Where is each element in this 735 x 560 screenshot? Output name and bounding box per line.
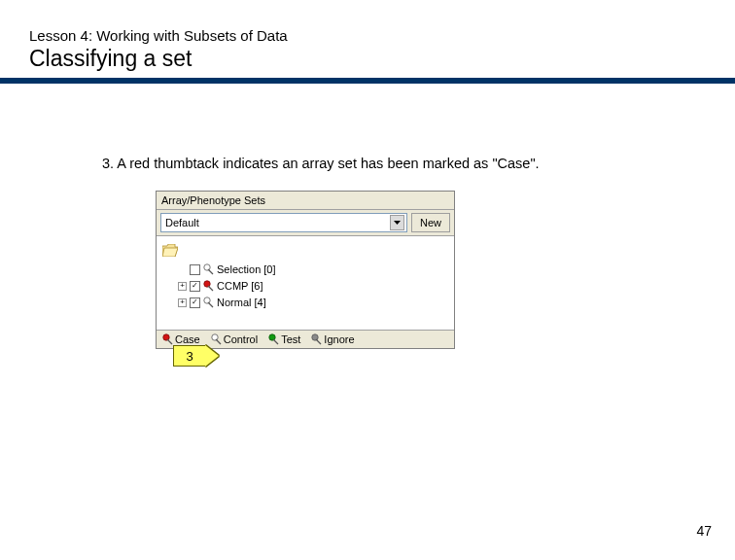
tree-view[interactable]: Selection [0] + ✓ CCMP [6] + ✓ Normal [4… (157, 236, 454, 330)
legend-test[interactable]: Test (268, 333, 300, 345)
expander-plus-icon[interactable]: + (178, 298, 187, 307)
lesson-label: Lesson 4: Working with Subsets of Data (29, 27, 706, 44)
callout-arrow: 3 (173, 345, 220, 367)
header-rule (0, 78, 735, 84)
svg-marker-0 (394, 221, 401, 225)
svg-line-10 (167, 339, 172, 344)
panel-title: Array/Phenotype Sets (157, 192, 454, 210)
tree-item-label: Normal [4] (217, 297, 266, 308)
page-title: Classifying a set (29, 46, 706, 72)
thumbtack-gray-icon (311, 333, 322, 345)
thumbtack-icon (211, 333, 222, 345)
svg-line-6 (208, 286, 213, 291)
legend-control[interactable]: Control (211, 333, 258, 345)
array-phenotype-panel: Array/Phenotype Sets Default New (156, 191, 455, 349)
thumbtack-green-icon (268, 333, 279, 345)
legend-label: Case (175, 333, 200, 345)
chevron-down-icon (390, 215, 404, 230)
arrow-right-icon (205, 345, 219, 367)
set-dropdown[interactable]: Default (160, 213, 407, 232)
thumbtack-icon (203, 263, 214, 275)
legend-case[interactable]: Case (162, 333, 200, 345)
checkbox[interactable]: ✓ (190, 281, 200, 292)
panel-toolbar: Default New (157, 210, 454, 236)
thumbtack-red-icon (203, 280, 214, 292)
panel-container: Array/Phenotype Sets Default New (156, 191, 455, 349)
tree-item-label: Selection [0] (217, 263, 276, 275)
svg-point-13 (269, 334, 275, 340)
svg-point-11 (211, 334, 217, 340)
step-text: 3. A red thumbtack indicates an array se… (102, 156, 540, 171)
svg-point-5 (204, 281, 210, 287)
expander-blank (178, 265, 187, 274)
tree-item[interactable]: + ✓ Normal [4] (178, 295, 450, 310)
new-button[interactable]: New (411, 213, 450, 232)
svg-line-12 (216, 339, 221, 344)
tree-item[interactable]: + ✓ CCMP [6] (178, 278, 450, 294)
callout-number: 3 (173, 345, 206, 367)
svg-line-14 (273, 339, 278, 344)
thumbtack-red-icon (162, 333, 173, 345)
svg-point-7 (204, 298, 210, 303)
legend-ignore[interactable]: Ignore (311, 333, 354, 345)
checkbox[interactable] (190, 264, 200, 275)
legend-label: Test (281, 333, 300, 345)
tree-root[interactable] (162, 242, 450, 258)
thumbtack-icon (203, 297, 214, 308)
tree-item-label: CCMP [6] (217, 280, 262, 292)
legend-label: Ignore (324, 333, 354, 345)
svg-line-4 (208, 269, 213, 274)
svg-line-16 (316, 339, 321, 344)
new-button-label: New (420, 217, 441, 228)
expander-plus-icon[interactable]: + (178, 282, 187, 291)
svg-point-3 (204, 264, 210, 270)
svg-marker-2 (162, 248, 178, 257)
page-number: 47 (696, 523, 712, 539)
dropdown-value: Default (165, 217, 199, 228)
tree-item[interactable]: Selection [0] (178, 262, 450, 277)
svg-line-8 (208, 302, 213, 307)
checkbox[interactable]: ✓ (190, 298, 200, 308)
folder-open-icon (162, 244, 178, 257)
legend-label: Control (224, 333, 258, 345)
svg-point-9 (163, 334, 169, 340)
svg-point-15 (312, 334, 318, 340)
slide-header: Lesson 4: Working with Subsets of Data C… (0, 0, 735, 72)
